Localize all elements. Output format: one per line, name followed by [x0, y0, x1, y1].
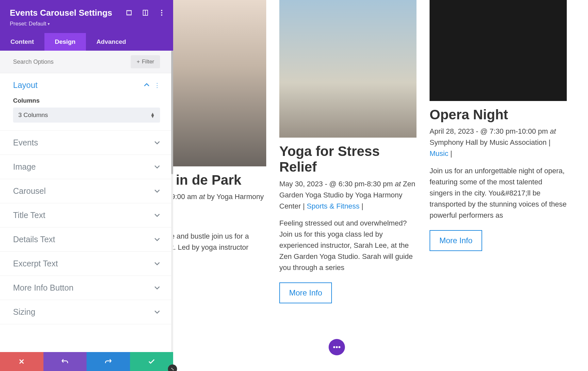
event-excerpt: Join us for an unforgettable night of op…	[430, 165, 567, 221]
svg-point-5	[161, 14, 162, 16]
section-layout: Layout ⋮ Columns 3 Columns ▲▼	[0, 73, 173, 131]
tab-content[interactable]: Content	[0, 33, 44, 51]
section-header-carousel[interactable]: Carousel	[0, 179, 173, 203]
expand-icon[interactable]	[125, 9, 133, 16]
undo-button[interactable]	[43, 352, 87, 371]
columns-label: Columns	[13, 97, 160, 104]
more-info-button[interactable]: More Info	[279, 282, 332, 303]
section-header-more-info[interactable]: More Info Button	[0, 276, 173, 300]
chevron-down-icon	[154, 164, 160, 170]
select-arrows-icon: ▲▼	[150, 112, 155, 118]
event-card: Yoga for Stress Relief May 30, 2023 - @ …	[279, 0, 416, 303]
section-title: Layout	[13, 80, 38, 90]
section-header-events[interactable]: Events	[0, 131, 173, 155]
section-title: Sizing	[13, 307, 35, 317]
event-card: Opera Night April 28, 2023 - @ 7:30 pm-1…	[430, 0, 567, 303]
kebab-menu-icon[interactable]: ⋮	[154, 82, 160, 89]
section-title: Events	[13, 138, 38, 147]
tab-advanced[interactable]: Advanced	[86, 33, 137, 51]
event-image	[430, 0, 567, 101]
settings-panel: Events Carousel Settings Preset: Default…	[0, 0, 173, 371]
svg-point-6	[333, 346, 335, 348]
kebab-menu-icon[interactable]	[158, 9, 165, 16]
section-title: Title Text	[13, 211, 45, 220]
event-image	[279, 0, 416, 138]
scrollbar-thumb[interactable]	[171, 73, 173, 174]
preset-prefix: Preset:	[10, 21, 27, 27]
svg-point-7	[336, 346, 338, 348]
preset-selector[interactable]: Preset: Default ▾	[10, 21, 163, 27]
more-info-button[interactable]: More Info	[430, 230, 482, 251]
section-title: Excerpt Text	[13, 259, 58, 268]
section-sizing: Sizing	[0, 300, 173, 324]
sections-list[interactable]: Layout ⋮ Columns 3 Columns ▲▼ Events	[0, 73, 173, 352]
section-more-info: More Info Button	[0, 276, 173, 300]
tabs: Content Design Advanced	[0, 33, 173, 51]
section-title: Details Text	[13, 235, 55, 244]
section-title: Carousel	[13, 186, 46, 196]
chevron-down-icon	[154, 285, 160, 291]
event-excerpt: Feeling stressed out and overwhelmed? Jo…	[279, 218, 416, 273]
section-header-image[interactable]: Image	[0, 155, 173, 179]
event-meta: May 30, 2023 - @ 6:30 pm-8:30 pm at Zen …	[279, 178, 416, 212]
plus-icon: +	[137, 59, 140, 65]
event-date: April 28, 2023 - @ 7:30 pm-10:00 pm	[430, 127, 550, 135]
section-details-text: Details Text	[0, 228, 173, 252]
section-image: Image	[0, 155, 173, 179]
svg-point-4	[161, 12, 162, 13]
tab-design[interactable]: Design	[44, 33, 86, 51]
redo-button[interactable]	[87, 352, 130, 371]
chevron-down-icon	[154, 237, 160, 243]
event-category-link[interactable]: Music	[430, 149, 448, 158]
event-meta: April 28, 2023 - @ 7:30 pm-10:00 pm at S…	[430, 126, 567, 159]
caret-down-icon: ▾	[48, 22, 50, 26]
panel-header: Events Carousel Settings Preset: Default…	[0, 0, 173, 33]
scrollbar[interactable]	[171, 73, 173, 352]
chevron-down-icon	[154, 261, 160, 267]
separator: |	[359, 202, 363, 210]
section-excerpt-text: Excerpt Text	[0, 252, 173, 276]
preset-value: Default	[29, 21, 46, 27]
columns-select[interactable]: 3 Columns ▲▼	[13, 108, 160, 123]
svg-point-3	[161, 10, 162, 11]
separator: |	[448, 149, 452, 158]
svg-rect-0	[127, 10, 131, 15]
section-header-sizing[interactable]: Sizing	[0, 300, 173, 324]
responsive-icon[interactable]	[142, 9, 149, 16]
event-category-link[interactable]: Sports & Fitness	[307, 202, 359, 210]
fab-more-icon[interactable]	[329, 339, 345, 355]
section-header-title-text[interactable]: Title Text	[0, 203, 173, 227]
section-title-text: Title Text	[0, 203, 173, 228]
columns-value: 3 Columns	[18, 111, 48, 119]
chevron-down-icon	[154, 212, 160, 218]
chevron-down-icon	[154, 309, 160, 315]
svg-point-8	[338, 346, 340, 348]
section-title: More Info Button	[13, 283, 74, 293]
section-events: Events	[0, 131, 173, 155]
filter-button[interactable]: + Filter	[131, 55, 160, 68]
event-at: at	[395, 180, 401, 188]
save-button[interactable]	[130, 352, 173, 371]
search-row: + Filter	[0, 51, 173, 73]
event-at: at	[550, 127, 556, 135]
panel-footer	[0, 352, 173, 371]
event-at: at	[199, 193, 205, 201]
resize-handle-icon[interactable]: ⤡	[168, 364, 177, 371]
event-date: May 30, 2023 - @ 6:30 pm-8:30 pm	[279, 180, 395, 188]
filter-label: Filter	[142, 59, 154, 65]
carousel-preview: e Walk in de Park - @ 7:00 am-9:00 am at…	[173, 0, 588, 303]
search-input[interactable]	[13, 59, 131, 65]
event-title: Opera Night	[430, 107, 567, 123]
close-button[interactable]	[0, 352, 43, 371]
section-header-layout[interactable]: Layout ⋮	[0, 73, 173, 97]
section-title: Image	[13, 162, 36, 172]
chevron-down-icon	[154, 140, 160, 146]
section-header-details-text[interactable]: Details Text	[0, 228, 173, 251]
chevron-up-icon	[144, 82, 150, 88]
section-header-excerpt-text[interactable]: Excerpt Text	[0, 252, 173, 276]
event-title: Yoga for Stress Relief	[279, 143, 416, 175]
section-carousel: Carousel	[0, 179, 173, 203]
event-location: Symphony Hall by Music Association |	[430, 138, 550, 146]
chevron-down-icon	[154, 188, 160, 194]
